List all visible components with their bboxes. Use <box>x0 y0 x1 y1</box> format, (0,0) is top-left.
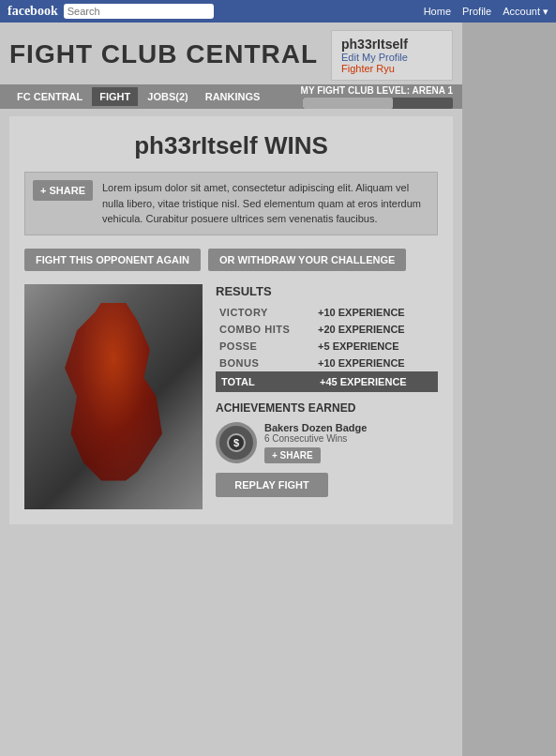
fight-area: ph33rItself WINS + SHARE Lorem ipsum dol… <box>9 116 453 524</box>
result-value-posse: +5 EXPERIENCE <box>314 338 438 355</box>
result-label-posse: POSSE <box>216 338 314 355</box>
results-info: RESULTS VICTORY +10 EXPERIENCE COMBO HIT… <box>216 284 438 497</box>
facebook-nav: Home Profile Account ▾ <box>424 6 548 18</box>
badge-svg-icon: $ <box>226 432 247 453</box>
total-value: +45 EXPERIENCE <box>314 371 438 392</box>
level-bar-fill <box>303 98 393 109</box>
result-label-combo: COMBO HITS <box>216 321 314 338</box>
fighter-image <box>24 284 203 509</box>
action-buttons: FIGHT THIS OPPONENT AGAIN OR WITHDRAW YO… <box>24 249 438 271</box>
facebook-logo: facebook <box>8 4 58 19</box>
result-label-victory: VICTORY <box>216 304 314 321</box>
app-title: FIGHT CLUB CENTRAL <box>9 30 322 69</box>
replay-button[interactable]: REPLAY FIGHT <box>216 473 328 497</box>
profile-header: FIGHT CLUB CENTRAL ph33rItself Edit My P… <box>0 23 462 84</box>
winner-title: ph33rItself WINS <box>24 131 438 160</box>
level-label: MY FIGHT CLUB LEVEL: ARENA 1 <box>301 85 453 96</box>
svg-text:$: $ <box>233 437 239 448</box>
result-label-bonus: BONUS <box>216 355 314 371</box>
achievement-name: Bakers Dozen Badge <box>264 422 438 433</box>
results-title: RESULTS <box>216 284 438 298</box>
result-value-victory: +10 EXPERIENCE <box>314 304 438 321</box>
total-label: TOTAL <box>216 371 314 392</box>
achievement-badge-icon: $ <box>219 426 253 460</box>
nav-jobs[interactable]: JOBS(2) <box>140 87 195 106</box>
result-value-bonus: +10 EXPERIENCE <box>314 355 438 371</box>
nav-home[interactable]: Home <box>424 6 451 18</box>
facebook-topbar: facebook Home Profile Account ▾ <box>0 0 556 23</box>
results-table: VICTORY +10 EXPERIENCE COMBO HITS +20 EX… <box>216 304 438 392</box>
search-input[interactable] <box>64 4 214 19</box>
nav-account[interactable]: Account ▾ <box>503 6 548 18</box>
nav-bar: FC CENTRAL FIGHT JOBS(2) RANKINGS MY FIG… <box>0 84 462 109</box>
achievement-info: Bakers Dozen Badge 6 Consecutive Wins + … <box>264 422 438 463</box>
fight-again-button[interactable]: FIGHT THIS OPPONENT AGAIN <box>24 249 201 271</box>
nav-rankings[interactable]: RANKINGS <box>198 87 268 106</box>
achievement-box: $ Bakers Dozen Badge 6 Consecutive Wins … <box>216 422 438 463</box>
achievement-description: 6 Consecutive Wins <box>264 433 438 444</box>
achievement-share-button[interactable]: + SHARE <box>264 447 321 463</box>
achievements-title: ACHIEVEMENTS EARNED <box>216 401 438 415</box>
table-row: POSSE +5 EXPERIENCE <box>216 338 438 355</box>
nav-fc-central[interactable]: FC CENTRAL <box>9 87 90 106</box>
right-sidebar <box>462 23 556 756</box>
share-text: Lorem ipsum dolor sit amet, consectetur … <box>102 180 429 227</box>
fighter-label: Fighter Ryu <box>341 63 443 74</box>
level-bar-bg <box>303 98 453 109</box>
share-box: + SHARE Lorem ipsum dolor sit amet, cons… <box>24 172 438 235</box>
share-button[interactable]: + SHARE <box>33 180 93 201</box>
edit-profile-link[interactable]: Edit My Profile <box>341 52 443 63</box>
main-wrapper: FIGHT CLUB CENTRAL ph33rItself Edit My P… <box>0 23 556 756</box>
result-value-combo: +20 EXPERIENCE <box>314 321 438 338</box>
level-bar-area: MY FIGHT CLUB LEVEL: ARENA 1 <box>301 85 453 109</box>
nav-profile[interactable]: Profile <box>462 6 491 18</box>
results-section: RESULTS VICTORY +10 EXPERIENCE COMBO HIT… <box>24 284 438 509</box>
content-area: FIGHT CLUB CENTRAL ph33rItself Edit My P… <box>0 23 462 756</box>
withdraw-button[interactable]: OR WITHDRAW YOUR CHALLENGE <box>208 249 406 271</box>
profile-name: ph33rItself <box>341 37 443 52</box>
profile-box: ph33rItself Edit My Profile Fighter Ryu <box>331 30 453 81</box>
nav-fight[interactable]: FIGHT <box>92 87 138 106</box>
table-row: VICTORY +10 EXPERIENCE <box>216 304 438 321</box>
total-row: TOTAL +45 EXPERIENCE <box>216 371 438 392</box>
table-row: BONUS +10 EXPERIENCE <box>216 355 438 371</box>
table-row: COMBO HITS +20 EXPERIENCE <box>216 321 438 338</box>
achievement-badge: $ <box>216 422 257 463</box>
